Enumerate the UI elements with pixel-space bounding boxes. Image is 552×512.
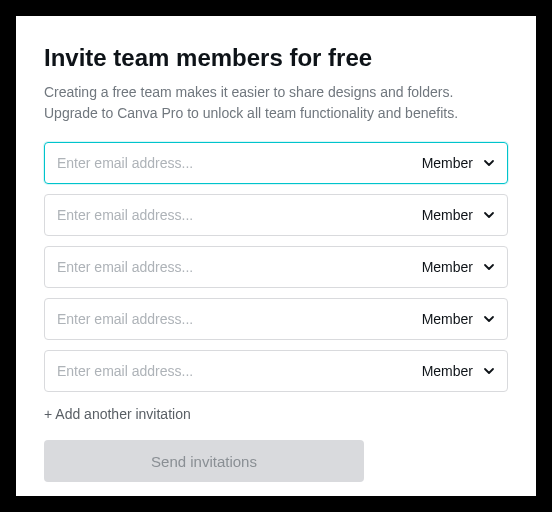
invite-row: Member xyxy=(44,194,508,236)
role-label: Member xyxy=(422,363,473,379)
invite-rows-container: MemberMemberMemberMemberMember xyxy=(44,142,508,392)
role-select[interactable]: Member xyxy=(410,363,495,379)
chevron-down-icon xyxy=(483,157,495,169)
chevron-down-icon xyxy=(483,209,495,221)
chevron-down-icon xyxy=(483,261,495,273)
invite-row: Member xyxy=(44,298,508,340)
invite-row: Member xyxy=(44,350,508,392)
role-label: Member xyxy=(422,311,473,327)
email-input[interactable] xyxy=(57,363,410,379)
chevron-down-icon xyxy=(483,313,495,325)
role-label: Member xyxy=(422,207,473,223)
modal-description: Creating a free team makes it easier to … xyxy=(44,82,508,124)
add-another-button[interactable]: + Add another invitation xyxy=(44,404,191,424)
role-select[interactable]: Member xyxy=(410,207,495,223)
role-select[interactable]: Member xyxy=(410,311,495,327)
invite-team-modal: Invite team members for free Creating a … xyxy=(16,16,536,496)
role-select[interactable]: Member xyxy=(410,155,495,171)
email-input[interactable] xyxy=(57,155,410,171)
role-select[interactable]: Member xyxy=(410,259,495,275)
modal-title: Invite team members for free xyxy=(44,44,508,72)
email-input[interactable] xyxy=(57,311,410,327)
invite-row: Member xyxy=(44,246,508,288)
role-label: Member xyxy=(422,155,473,171)
send-invitations-button[interactable]: Send invitations xyxy=(44,440,364,482)
invite-row: Member xyxy=(44,142,508,184)
email-input[interactable] xyxy=(57,259,410,275)
role-label: Member xyxy=(422,259,473,275)
email-input[interactable] xyxy=(57,207,410,223)
chevron-down-icon xyxy=(483,365,495,377)
